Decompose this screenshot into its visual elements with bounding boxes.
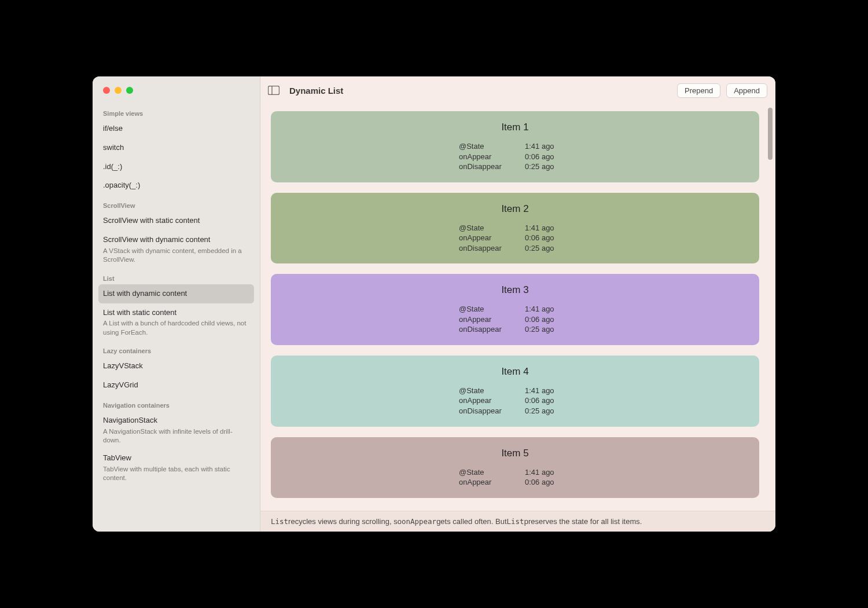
sidebar-item[interactable]: ScrollView with dynamic contentA VStack … — [98, 230, 254, 268]
sidebar-item-title: NavigationStack — [103, 415, 249, 427]
meta-key: onAppear — [459, 314, 517, 325]
meta-value: 0:06 ago — [525, 395, 571, 406]
meta-value: 1:41 ago — [525, 467, 571, 478]
sidebar: Simple viewsif/elseswitch.id(_:).opacity… — [93, 76, 260, 532]
list-item-title: Item 5 — [282, 448, 748, 459]
app-window: Simple viewsif/elseswitch.id(_:).opacity… — [93, 76, 775, 532]
meta-key: @State — [459, 141, 517, 152]
meta-value: 0:25 ago — [525, 324, 571, 335]
footer-code: onAppear — [402, 517, 436, 526]
meta-key: onAppear — [459, 152, 517, 162]
scrollbar-track[interactable] — [767, 104, 773, 510]
list-scroll[interactable]: Item 1@State1:41 agoonAppear0:06 agoonDi… — [260, 104, 775, 511]
sidebar-item-title: TabView — [103, 452, 249, 464]
append-button[interactable]: Append — [726, 83, 767, 98]
meta-value: 1:41 ago — [525, 304, 571, 314]
sidebar-item[interactable]: switch — [98, 138, 254, 158]
sidebar-item-title: LazyVStack — [103, 360, 249, 372]
sidebar-item[interactable]: LazyVGrid — [98, 376, 254, 395]
sidebar-section-header: List — [98, 268, 254, 284]
sidebar-section-header: Navigation containers — [98, 395, 254, 411]
meta-key: onDisappear — [459, 406, 517, 416]
list-item-meta: @State1:41 agoonAppear0:06 agoonDisappea… — [282, 141, 748, 172]
sidebar-item-title: ScrollView with dynamic content — [103, 234, 249, 246]
footer-text: gets called often. But — [436, 517, 506, 526]
sidebar-section-header: Lazy containers — [98, 340, 254, 357]
meta-key: @State — [459, 304, 517, 314]
sidebar-item-subtitle: A NavigationStack with infinite levels o… — [103, 427, 249, 445]
meta-value: 0:25 ago — [525, 406, 571, 416]
meta-value: 1:41 ago — [525, 386, 571, 396]
sidebar-item[interactable]: List with dynamic content — [98, 284, 254, 303]
meta-value: 0:06 ago — [525, 233, 571, 243]
list-area: Item 1@State1:41 agoonAppear0:06 agoonDi… — [260, 104, 775, 511]
list-item-meta: @State1:41 agoonAppear0:06 agoonDisappea… — [282, 304, 748, 335]
sidebar-item-title: switch — [103, 142, 249, 154]
sidebar-item[interactable]: .id(_:) — [98, 158, 254, 177]
meta-value: 0:25 ago — [525, 243, 571, 254]
sidebar-item[interactable]: NavigationStackA NavigationStack with in… — [98, 411, 254, 449]
sidebar-item[interactable]: if/else — [98, 119, 254, 138]
sidebar-item-subtitle: TabView with multiple tabs, each with st… — [103, 465, 249, 483]
meta-key: @State — [459, 386, 517, 396]
meta-key: onDisappear — [459, 243, 517, 254]
meta-value: 0:06 ago — [525, 477, 571, 488]
meta-value: 0:25 ago — [525, 162, 571, 172]
list-item-card: Item 3@State1:41 agoonAppear0:06 agoonDi… — [271, 274, 759, 345]
meta-key: @State — [459, 223, 517, 233]
sidebar-item[interactable]: TabViewTabView with multiple tabs, each … — [98, 449, 254, 486]
list-item-card: Item 5@State1:41 agoonAppear0:06 ago — [271, 437, 759, 498]
meta-key: onDisappear — [459, 324, 517, 335]
meta-key: onAppear — [459, 395, 517, 406]
main-pane: Dynamic List Prepend Append Item 1@State… — [260, 76, 775, 532]
meta-value: 0:06 ago — [525, 152, 571, 162]
close-window-button[interactable] — [103, 87, 110, 94]
list-item-title: Item 3 — [282, 284, 748, 296]
footer-text: preserves the state for all list items. — [524, 517, 642, 526]
sidebar-item-title: LazyVGrid — [103, 379, 249, 391]
list-item-meta: @State1:41 agoonAppear0:06 agoonDisappea… — [282, 386, 748, 416]
meta-key: @State — [459, 467, 517, 478]
meta-key: onAppear — [459, 233, 517, 243]
footer-note: List recycles views during scrolling, so… — [260, 511, 775, 532]
list-item-card: Item 4@State1:41 agoonAppear0:06 agoonDi… — [271, 356, 759, 427]
svg-rect-0 — [269, 86, 279, 95]
sidebar-scroll[interactable]: Simple viewsif/elseswitch.id(_:).opacity… — [93, 98, 260, 532]
list-item-title: Item 4 — [282, 366, 748, 378]
sidebar-toggle-icon[interactable] — [266, 85, 281, 96]
list-item-title: Item 2 — [282, 203, 748, 215]
sidebar-item-title: List with dynamic content — [103, 288, 249, 300]
sidebar-item-title: List with static content — [103, 307, 249, 319]
meta-value: 1:41 ago — [525, 141, 571, 152]
minimize-window-button[interactable] — [115, 87, 122, 94]
list-item-title: Item 1 — [282, 122, 748, 133]
prepend-button[interactable]: Prepend — [677, 83, 720, 98]
list-item-card: Item 2@State1:41 agoonAppear0:06 agoonDi… — [271, 193, 759, 264]
sidebar-item-title: ScrollView with static content — [103, 215, 249, 227]
sidebar-item[interactable]: LazyVStack — [98, 357, 254, 376]
footer-text: recycles views during scrolling, so — [288, 517, 402, 526]
sidebar-item-title: .id(_:) — [103, 161, 249, 173]
list-item-meta: @State1:41 agoonAppear0:06 ago — [282, 467, 748, 488]
list-item-card: Item 1@State1:41 agoonAppear0:06 agoonDi… — [271, 111, 759, 182]
footer-code: List — [507, 517, 524, 526]
zoom-window-button[interactable] — [126, 87, 133, 94]
meta-value: 1:41 ago — [525, 223, 571, 233]
scrollbar-thumb[interactable] — [768, 108, 773, 160]
toolbar: Dynamic List Prepend Append — [260, 76, 775, 104]
sidebar-item[interactable]: .opacity(_:) — [98, 176, 254, 195]
footer-code: List — [271, 517, 288, 526]
meta-key: onDisappear — [459, 162, 517, 172]
sidebar-item-subtitle: A List with a bunch of hardcoded child v… — [103, 319, 249, 337]
page-title: Dynamic List — [289, 86, 671, 96]
sidebar-item-title: if/else — [103, 123, 249, 135]
sidebar-item-title: .opacity(_:) — [103, 180, 249, 192]
list-item-meta: @State1:41 agoonAppear0:06 agoonDisappea… — [282, 223, 748, 254]
sidebar-section-header: ScrollView — [98, 195, 254, 211]
sidebar-item[interactable]: ScrollView with static content — [98, 211, 254, 230]
sidebar-item[interactable]: List with static contentA List with a bu… — [98, 303, 254, 341]
sidebar-section-header: Simple views — [98, 103, 254, 119]
sidebar-item-subtitle: A VStack with dynamic content, embedded … — [103, 247, 249, 265]
meta-value: 0:06 ago — [525, 314, 571, 325]
window-controls — [93, 76, 260, 98]
